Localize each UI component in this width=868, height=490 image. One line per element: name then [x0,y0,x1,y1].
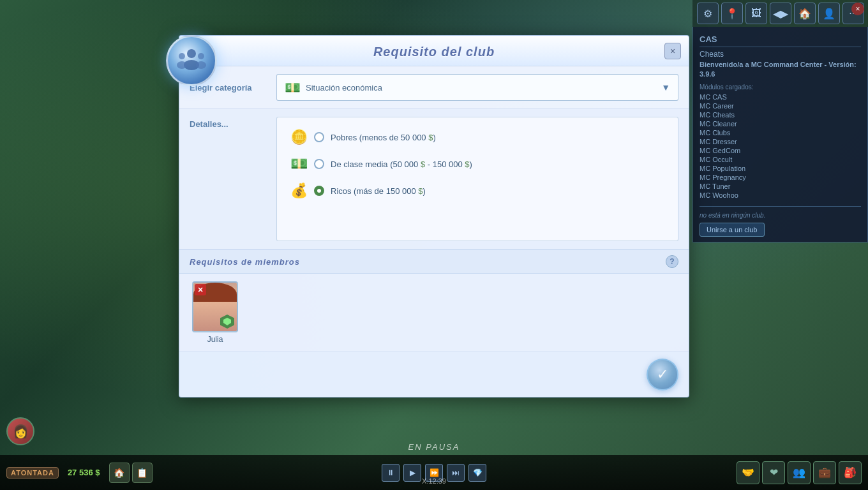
category-selected-value: Situación económica [306,83,382,93]
club-icon [166,35,217,86]
option-middle-text: De clase media (50 000 $ - 150 000 $) [331,160,472,169]
cas-label[interactable]: CAS [700,32,861,47]
club-requirement-dialog: Requisito del club × Elegir categoría 💵 … [179,35,689,397]
option-poor[interactable]: 🪙 Pobres (menos de 50 000 $) [285,125,670,149]
mc-module-career[interactable]: MC Career [700,101,861,110]
radio-middle[interactable] [314,159,324,169]
middle-icon: 💵 [290,156,308,172]
fast-forward-2-btn[interactable]: ⏭ [447,464,465,482]
pause-btn[interactable]: ⏸ [382,464,400,482]
top-right-panel: × ⚙ 📍 🖼 ◀▶ 🏠 👤 ··· CAS Cheats Bienvenido… [692,0,868,242]
gallery-icon[interactable]: 🖼 [745,3,767,24]
bottom-icons: 🏠 📋 [109,463,153,483]
category-select-dropdown[interactable]: 💵 Situación económica ▼ [276,74,678,101]
time-display: X:12:39 [422,477,446,485]
club-icon-circle [166,35,217,86]
mc-module-tuner[interactable]: MC Tuner [700,182,861,191]
member-remove-btn[interactable]: × [195,284,206,295]
bottom-bar-left: 👩 ATONTADA 27 536 $ 🏠 📋 [6,463,153,483]
community-icon[interactable]: 🤝 [737,461,760,484]
details-options-list: 🪙 Pobres (menos de 50 000 $) 💵 De clase … [276,117,678,241]
category-section: Elegir categoría 💵 Situación económica ▼ [179,66,689,109]
mc-module-dresser[interactable]: MC Dresser [700,137,861,146]
details-section: Detalles... 🪙 Pobres (menos de 50 000 $)… [179,109,689,249]
svg-point-4 [198,53,204,59]
mc-module-cas[interactable]: MC CAS [700,93,861,101]
mc-module-population[interactable]: MC Population [700,164,861,173]
build-mode-icon[interactable]: 🏠 [794,3,816,24]
mood-badge: ATONTADA [6,467,59,479]
dialog-close-btn[interactable]: × [664,43,681,59]
members-content: × Julia [179,274,689,352]
mc-module-clubs[interactable]: MC Clubs [700,128,861,137]
join-club-btn[interactable]: Unirse a un club [700,223,765,237]
member-avatar-wrap: × [192,281,238,332]
cheats-label[interactable]: Cheats [700,48,861,60]
mc-modules-label: Módulos cargados: [700,84,861,91]
settings-icon[interactable]: ⚙ [697,3,719,24]
members-help-btn[interactable]: ? [666,255,678,268]
mc-module-woohoo[interactable]: MC Woohoo [700,191,861,200]
category-icon: 💵 [285,80,301,95]
pause-label: En pausa [408,442,460,452]
mc-module-gedcom[interactable]: MC GedCom [700,146,861,155]
money-display: 27 536 $ [68,468,100,477]
home-icon[interactable]: 🏠 [109,463,130,483]
option-middle[interactable]: 💵 De clase media (50 000 $ - 150 000 $) [285,152,670,176]
mc-command-center-panel: CAS Cheats Bienvenido/a a MC Command Cen… [692,27,868,242]
confirm-btn[interactable]: ✓ [647,359,678,390]
members-header: Requisitos de miembros ? [179,250,689,274]
skills-icon[interactable]: 👥 [788,461,811,484]
mc-module-cheats[interactable]: MC Cheats [700,110,861,119]
option-rich[interactable]: 💰 Ricos (más de 150 000 $) [285,179,670,203]
career-icon[interactable]: 💼 [813,461,836,484]
nav-arrows-icon[interactable]: ◀▶ [770,3,791,24]
svg-point-5 [196,61,206,69]
details-label: Detalles... [190,117,266,241]
radio-poor[interactable] [314,132,324,142]
dropdown-arrow-icon: ▼ [661,82,670,93]
sim-panel-icon[interactable]: 👤 [818,3,840,24]
category-select-left: 💵 Situación económica [285,80,382,95]
confirm-section: ✓ [179,352,689,397]
mc-title: Bienvenido/a a MC Command Center - Versi… [700,60,861,80]
mc-module-pregnancy[interactable]: MC Pregnancy [700,173,861,182]
members-title: Requisitos de miembros [190,257,300,267]
mc-close-btn[interactable]: × [851,3,864,15]
mc-bottom-section: no está en ningún club. Unirse a un club [700,206,861,237]
svg-point-0 [187,49,196,58]
right-bottom-icons: 🤝 ❤ 👥 💼 🎒 [737,461,862,484]
member-name: Julia [207,335,223,344]
confirm-checkmark: ✓ [657,366,668,383]
dialog-header: Requisito del club × [179,36,689,66]
option-poor-text: Pobres (menos de 50 000 $) [331,133,436,142]
option-rich-text: Ricos (más de 150 000 $) [331,186,426,196]
simcard-icon[interactable]: 📋 [132,463,153,483]
svg-point-3 [177,61,187,69]
radio-rich[interactable] [314,186,324,196]
dialog-title: Requisito del club [373,45,495,59]
inventory-icon[interactable]: 🎒 [839,461,862,484]
mc-module-cleaner[interactable]: MC Cleaner [700,119,861,128]
relationship-icon[interactable]: ❤ [762,461,785,484]
play-btn[interactable]: ▶ [403,464,421,482]
member-card-julia: × Julia [190,281,241,344]
svg-point-2 [179,53,185,59]
mc-modules-list: MC CAS MC Career MC Cheats MC Cleaner MC… [700,93,861,200]
rich-icon: 💰 [290,182,308,199]
diamond-btn[interactable]: 💎 [468,464,486,482]
map-icon[interactable]: 📍 [721,3,743,24]
mc-module-occult[interactable]: MC Occult [700,155,861,164]
top-icons-bar: ⚙ 📍 🖼 ◀▶ 🏠 👤 ··· [692,0,868,27]
sim-avatar[interactable]: 👩 [6,417,34,445]
members-section: Requisitos de miembros ? × Julia [179,249,689,352]
mc-no-club-text: no está en ningún club. [700,212,861,219]
poor-icon: 🪙 [290,129,308,145]
